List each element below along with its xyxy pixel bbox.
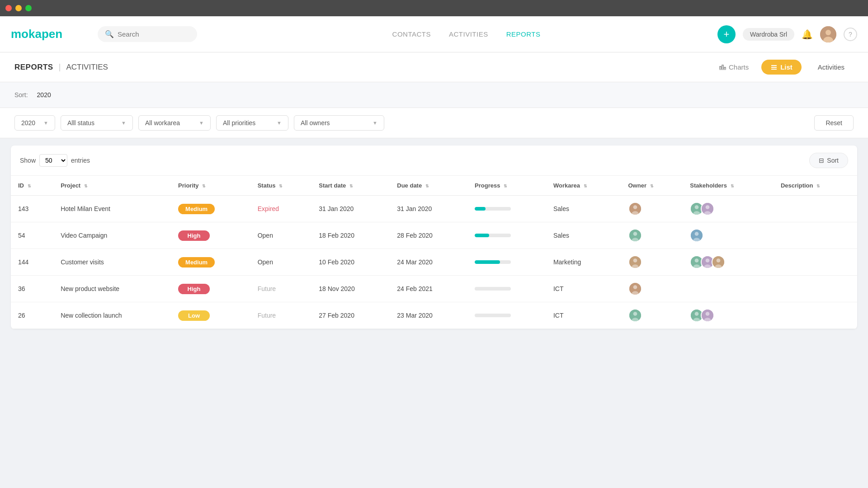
- col-stakeholders[interactable]: Stakeholders ⇅: [683, 176, 774, 196]
- workarea-chevron: ▼: [199, 120, 204, 126]
- tab-charts[interactable]: Charts: [710, 60, 758, 75]
- cell-owner: [621, 302, 683, 329]
- table-row[interactable]: 144 Customer visits Medium Open 10 Feb 2…: [11, 249, 857, 276]
- nav-contacts[interactable]: CONTACTS: [392, 30, 431, 38]
- progress-sort: ⇅: [504, 184, 507, 188]
- close-button[interactable]: [5, 5, 12, 11]
- nav-activities[interactable]: ACTIVITIES: [449, 30, 488, 38]
- cell-progress: [467, 222, 546, 249]
- user-avatar[interactable]: [820, 26, 836, 42]
- table-row[interactable]: 36 New product website High Future 18 No…: [11, 276, 857, 302]
- search-box[interactable]: 🔍: [98, 26, 197, 42]
- sort-bar: Sort: 2020: [0, 82, 868, 108]
- avatar: [701, 309, 714, 322]
- cell-stakeholders: [683, 196, 774, 222]
- avatar: [628, 309, 642, 322]
- bell-icon[interactable]: 🔔: [802, 29, 813, 40]
- id-sort: ⇅: [28, 184, 31, 188]
- svg-point-16: [633, 232, 637, 236]
- priorities-filter-value: All priorities: [223, 119, 255, 127]
- col-id[interactable]: ID ⇅: [11, 176, 53, 196]
- sort-button-label: Sort: [827, 157, 839, 164]
- minimize-button[interactable]: [15, 5, 22, 11]
- cell-project: Video Campaign: [53, 222, 171, 249]
- priority-badge: High: [178, 284, 210, 294]
- description-sort: ⇅: [816, 184, 820, 188]
- svg-point-43: [706, 312, 710, 316]
- table-row[interactable]: 26 New collection launch Low Future 27 F…: [11, 302, 857, 329]
- table-row[interactable]: 54 Video Campaign High Open 18 Feb 2020 …: [11, 222, 857, 249]
- cell-stakeholders: [683, 302, 774, 329]
- owner-avatars: [628, 309, 676, 322]
- cell-stakeholders: [683, 249, 774, 276]
- col-description[interactable]: Description ⇅: [774, 176, 857, 196]
- stakeholders-sort: ⇅: [731, 184, 734, 188]
- workarea-sort: ⇅: [584, 184, 587, 188]
- cell-status: Expired: [250, 196, 312, 222]
- entries-select[interactable]: 50 25 100: [39, 154, 67, 167]
- cell-project: Customer visits: [53, 249, 171, 276]
- cell-description: [774, 249, 857, 276]
- cell-project: New product website: [53, 276, 171, 302]
- progress-bar: [475, 234, 511, 237]
- svg-point-37: [633, 312, 637, 316]
- col-workarea[interactable]: Workarea ⇅: [546, 176, 621, 196]
- reset-button[interactable]: Reset: [814, 115, 854, 131]
- nav-links: CONTACTS ACTIVITIES REPORTS: [215, 30, 717, 38]
- col-due-date[interactable]: Due date ⇅: [390, 176, 467, 196]
- svg-point-34: [633, 285, 637, 289]
- cell-status: Open: [250, 249, 312, 276]
- table-toolbar: Show 50 25 100 entries ⊟ Sort: [11, 145, 857, 176]
- logo: mokapen: [11, 27, 83, 41]
- cell-id: 26: [11, 302, 53, 329]
- col-owner[interactable]: Owner ⇅: [621, 176, 683, 196]
- svg-point-13: [706, 205, 710, 209]
- logo-text2: pen: [42, 27, 62, 41]
- sort-label: Sort:: [14, 91, 28, 99]
- status-filter[interactable]: Alll status ▼: [61, 115, 133, 131]
- maximize-button[interactable]: [25, 5, 32, 11]
- nav-right: + Wardroba Srl 🔔 ?: [717, 25, 857, 43]
- charts-icon: [719, 64, 726, 71]
- tab-activities[interactable]: Activities: [809, 60, 854, 75]
- nav-reports[interactable]: REPORTS: [506, 30, 541, 38]
- cell-workarea: ICT: [546, 276, 621, 302]
- cell-project: New collection launch: [53, 302, 171, 329]
- breadcrumb-reports: REPORTS: [14, 63, 53, 72]
- filter-icon: ⊟: [819, 157, 824, 164]
- col-priority[interactable]: Priority ⇅: [171, 176, 250, 196]
- add-button[interactable]: +: [717, 25, 736, 43]
- workarea-filter[interactable]: All workarea ▼: [138, 115, 211, 131]
- page-header: REPORTS | ACTIVITIES Charts List Activit…: [0, 52, 868, 82]
- cell-id: 144: [11, 249, 53, 276]
- cell-due-date: 24 Mar 2020: [390, 249, 467, 276]
- tab-list[interactable]: List: [761, 60, 802, 75]
- company-pill[interactable]: Wardroba Srl: [743, 28, 794, 41]
- workarea-filter-value: All workarea: [145, 119, 180, 127]
- view-tabs: Charts List Activities: [710, 60, 854, 75]
- cell-priority: High: [171, 222, 250, 249]
- status-text: Future: [258, 312, 276, 319]
- sort-button[interactable]: ⊟ Sort: [809, 153, 848, 168]
- logo-text1: moka: [11, 27, 42, 41]
- help-icon[interactable]: ?: [844, 28, 857, 41]
- cell-owner: [621, 196, 683, 222]
- col-start-date[interactable]: Start date ⇅: [311, 176, 390, 196]
- cell-progress: [467, 249, 546, 276]
- col-project[interactable]: Project ⇅: [53, 176, 171, 196]
- table-row[interactable]: 143 Hotel Milan Event Medium Expired 31 …: [11, 196, 857, 222]
- search-input[interactable]: [118, 30, 190, 38]
- col-status[interactable]: Status ⇅: [250, 176, 312, 196]
- cell-id: 143: [11, 196, 53, 222]
- cell-workarea: Marketing: [546, 249, 621, 276]
- stakeholder-avatars: [690, 229, 766, 242]
- priorities-filter[interactable]: All priorities ▼: [216, 115, 288, 131]
- cell-start-date: 31 Jan 2020: [311, 196, 390, 222]
- owners-filter[interactable]: All owners ▼: [294, 115, 384, 131]
- titlebar: [0, 0, 868, 16]
- svg-point-7: [633, 205, 637, 209]
- year-filter[interactable]: 2020 ▼: [14, 115, 55, 131]
- col-progress[interactable]: Progress ⇅: [467, 176, 546, 196]
- show-label: Show: [20, 157, 36, 164]
- owner-avatars: [628, 202, 676, 216]
